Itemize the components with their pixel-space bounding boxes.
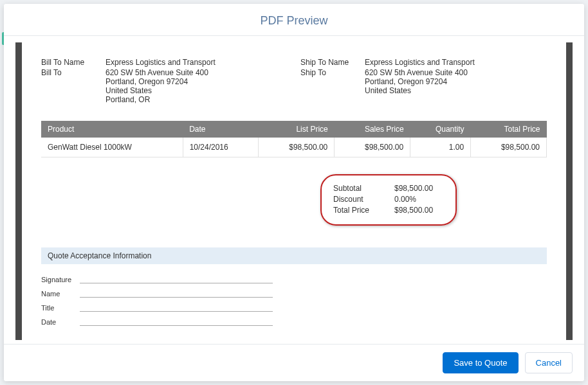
signature-block: Signature Name Title Date — [41, 273, 273, 326]
bill-to-column: Bill To Name Express Logistics and Trans… — [41, 58, 288, 105]
col-quantity: Quantity — [410, 121, 471, 138]
bill-to-name: Express Logistics and Transport — [106, 58, 288, 67]
name-line — [80, 287, 273, 298]
signature-label: Signature — [41, 276, 80, 283]
cell-date: 10/24/2016 — [183, 138, 259, 157]
cell-sales-price: $98,500.00 — [335, 138, 410, 157]
address-block: Bill To Name Express Logistics and Trans… — [41, 58, 547, 105]
acceptance-header: Quote Acceptance Information — [41, 247, 547, 264]
totals-box-highlight: Subtotal $98,500.00 Discount 0.00% Total… — [320, 174, 457, 226]
pdf-page: Bill To Name Express Logistics and Trans… — [15, 42, 573, 340]
signature-line — [80, 273, 273, 283]
subtotal-value: $98,500.00 — [394, 184, 444, 193]
col-date: Date — [183, 121, 259, 138]
subtotal-label: Subtotal — [333, 184, 394, 193]
modal-title: PDF Preview — [4, 14, 584, 28]
save-to-quote-button[interactable]: Save to Quote — [443, 352, 518, 373]
cell-product: GenWatt Diesel 1000kW — [41, 138, 183, 157]
bill-to-label: Bill To — [41, 68, 106, 104]
modal-header: PDF Preview — [4, 4, 584, 36]
cell-quantity: 1.00 — [410, 138, 471, 157]
total-price-value: $98,500.00 — [394, 206, 444, 215]
ship-to-column: Ship To Name Express Logistics and Trans… — [300, 58, 547, 105]
cell-list-price: $98,500.00 — [259, 138, 335, 157]
discount-label: Discount — [333, 195, 394, 204]
line-items-table: Product Date List Price Sales Price Quan… — [41, 121, 547, 157]
totals-wrapper: Subtotal $98,500.00 Discount 0.00% Total… — [41, 174, 457, 226]
total-price-label: Total Price — [333, 206, 394, 215]
pdf-scroll-area[interactable]: Bill To Name Express Logistics and Trans… — [15, 42, 573, 340]
ship-to-label: Ship To — [300, 68, 365, 95]
ship-to-name: Express Logistics and Transport — [365, 58, 547, 67]
col-sales-price: Sales Price — [335, 121, 410, 138]
ship-to-name-label: Ship To Name — [300, 58, 365, 67]
bill-to-name-label: Bill To Name — [41, 58, 106, 67]
cell-total-price: $98,500.00 — [471, 138, 547, 157]
col-product: Product — [41, 121, 183, 138]
table-row: GenWatt Diesel 1000kW 10/24/2016 $98,500… — [41, 138, 547, 157]
bill-to-address: 620 SW 5th Avenue Suite 400 Portland, Or… — [106, 68, 288, 104]
title-line — [80, 301, 273, 312]
pdf-preview-modal: PDF Preview Bill To Name Express Logisti… — [4, 4, 584, 381]
title-label: Title — [41, 304, 80, 312]
date-label: Date — [41, 318, 80, 326]
cancel-button[interactable]: Cancel — [525, 352, 573, 373]
discount-value: 0.00% — [394, 195, 444, 204]
col-list-price: List Price — [259, 121, 335, 138]
modal-footer: Save to Quote Cancel — [4, 344, 584, 381]
modal-body: Bill To Name Express Logistics and Trans… — [4, 36, 584, 344]
name-label: Name — [41, 290, 80, 298]
date-line — [80, 316, 273, 326]
col-total-price: Total Price — [471, 121, 547, 138]
ship-to-address: 620 SW 5th Avenue Suite 400 Portland, Or… — [365, 68, 547, 95]
